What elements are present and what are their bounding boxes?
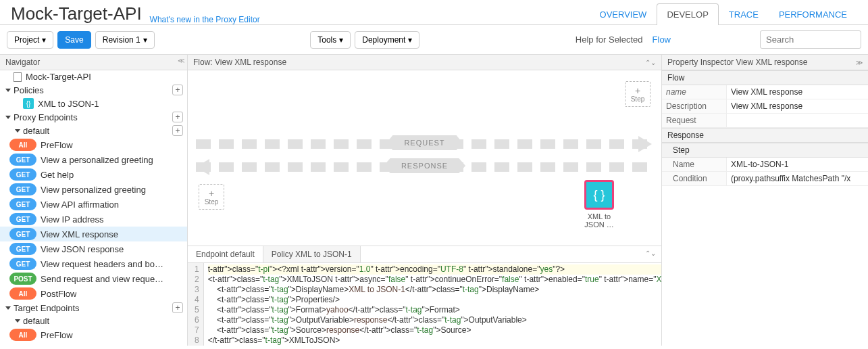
target-preflow[interactable]: AllPreFlow — [0, 327, 187, 342]
arrow-left-icon — [196, 159, 209, 175]
header: Mock-Target-API What's new in the Proxy … — [0, 0, 868, 25]
code-line[interactable]: </t-attr">class="t-tag">XMLToJSON> — [208, 335, 661, 346]
deployment-button[interactable]: Deployment▾ — [355, 31, 419, 49]
code-body[interactable]: 12345678 t-attr">class="t-pi"><?xml t-at… — [188, 263, 661, 346]
endpoint-row[interactable]: GETView XML response — [0, 227, 187, 241]
code-line[interactable]: t-attr">class="t-pi"><?xml t-attr">versi… — [208, 264, 661, 275]
code-tab-policy[interactable]: Policy XML to JSON-1 — [263, 246, 361, 262]
prop-request-key: Request — [662, 114, 727, 127]
prop-cond-value[interactable]: (proxy.pathsuffix MatchesPath "/x — [727, 172, 868, 185]
search-input[interactable] — [760, 30, 861, 49]
help-label: Help for Selected — [576, 34, 643, 45]
tab-trace[interactable]: TRACE — [719, 3, 769, 25]
nav-root[interactable]: Mock-Target-API — [0, 70, 187, 83]
prop-request-value[interactable] — [727, 114, 868, 127]
whats-new-link[interactable]: What's new in the Proxy Editor — [150, 15, 260, 24]
prop-cond-key: Condition — [662, 172, 727, 185]
endpoint-label: View API affirmation — [41, 200, 119, 210]
caret-down-icon — [5, 116, 11, 119]
policy-card-xml-to-json[interactable]: { } — [584, 180, 614, 210]
method-badge: GET — [9, 258, 36, 270]
code-line[interactable]: <t-attr">class="t-tag">DisplayName>XML t… — [208, 285, 661, 295]
flow-header: Flow: View XML response⌃⌄ — [188, 55, 661, 70]
collapse-icon[interactable]: ⌃⌄ — [645, 59, 656, 66]
revision-button[interactable]: Revision 1▾ — [95, 31, 155, 49]
policy-card-label: XML to JSON … — [579, 212, 619, 229]
add-request-step-button[interactable]: +Step — [625, 81, 650, 107]
endpoint-row[interactable]: GETGet help — [0, 167, 187, 182]
nav-default-endpoint[interactable]: default+ — [0, 124, 187, 137]
add-policy-button[interactable]: + — [172, 85, 183, 95]
code-line[interactable]: <t-attr">class="t-tag">Properties/> — [208, 295, 661, 305]
center-panel: Flow: View XML response⌃⌄ +Step REQUEST … — [188, 55, 661, 346]
endpoint-row[interactable]: AllPreFlow — [0, 137, 187, 152]
arrow-right-icon — [638, 136, 652, 152]
add-target-button[interactable]: + — [172, 302, 183, 313]
nav-proxy-endpoints[interactable]: Proxy Endpoints+ — [0, 110, 187, 124]
code-tab-endpoint[interactable]: Endpoint default — [188, 246, 263, 262]
request-label: REQUEST — [386, 135, 462, 150]
endpoint-label: PreFlow — [41, 140, 73, 150]
caret-down-icon — [15, 319, 20, 323]
endpoint-row[interactable]: GETView request headers and bo… — [0, 256, 187, 271]
code-line[interactable]: <t-attr">class="t-tag">Source>response</… — [208, 325, 661, 335]
endpoint-label: View a personalized greeting — [41, 155, 153, 165]
method-badge: All — [9, 287, 36, 300]
endpoint-row[interactable]: AllPostFlow — [0, 286, 187, 301]
endpoint-label: Send request and view reque… — [41, 274, 163, 284]
endpoint-label: View request headers and bo… — [41, 259, 163, 269]
property-header: Property Inspector View XML response≫ — [662, 55, 868, 70]
tab-performance[interactable]: PERFORMANCE — [769, 3, 857, 25]
prop-name-value[interactable]: View XML response — [727, 85, 868, 99]
add-flow-button[interactable]: + — [172, 125, 183, 136]
collapse-icon[interactable]: ≪ — [175, 55, 187, 66]
section-flow: Flow — [662, 70, 868, 85]
endpoint-row[interactable]: GETView JSON response — [0, 241, 187, 256]
expand-icon[interactable]: ≫ — [856, 59, 863, 66]
endpoint-row[interactable]: POSTSend request and view reque… — [0, 271, 187, 286]
xml-to-json-icon: {} — [23, 98, 34, 109]
prop-stepname-key: Name — [662, 158, 727, 171]
navigator-header: Navigator ≪ — [0, 55, 187, 70]
code-line[interactable]: <t-attr">class="t-tag">Format>yahoo</t-a… — [208, 305, 661, 315]
tab-develop[interactable]: DEVELOP — [657, 3, 718, 25]
header-tabs: OVERVIEW DEVELOP TRACE PERFORMANCE — [590, 3, 857, 24]
endpoint-row[interactable]: GETView personalized greeting — [0, 182, 187, 197]
property-inspector: Property Inspector View XML response≫ Fl… — [661, 55, 868, 346]
nav-target-default[interactable]: default — [0, 315, 187, 327]
project-button[interactable]: Project▾ — [7, 31, 53, 49]
section-step: Step — [662, 143, 868, 158]
prop-stepname-value[interactable]: XML-to-JSON-1 — [727, 158, 868, 171]
tab-overview[interactable]: OVERVIEW — [590, 3, 657, 25]
prop-name-key: name — [662, 85, 727, 99]
section-response: Response — [662, 128, 868, 143]
code-line[interactable]: <t-attr">class="t-tag">XMLToJSON t-attr"… — [208, 275, 661, 285]
add-response-step-button[interactable]: +Step — [199, 184, 224, 210]
method-badge: POST — [9, 273, 36, 285]
nav-policies[interactable]: Policies+ — [0, 83, 187, 97]
endpoint-label: Get help — [41, 170, 74, 180]
endpoint-row[interactable]: GETView API affirmation — [0, 197, 187, 212]
caret-down-icon — [5, 89, 11, 92]
endpoint-label: PostFlow — [41, 289, 76, 299]
collapse-icon[interactable]: ⌃⌄ — [640, 246, 661, 262]
nav-target-endpoints[interactable]: Target Endpoints+ — [0, 301, 187, 315]
endpoint-row[interactable]: GETView a personalized greeting — [0, 152, 187, 167]
nav-policy-item[interactable]: {}XML to JSON-1 — [0, 97, 187, 110]
add-endpoint-button[interactable]: + — [172, 112, 183, 122]
save-button[interactable]: Save — [57, 31, 91, 49]
flow-canvas[interactable]: +Step REQUEST RESPONSE +Step { } XML to … — [188, 70, 661, 246]
page-title: Mock-Target-API — [11, 3, 142, 24]
endpoint-row[interactable]: GETView IP address — [0, 212, 187, 227]
response-label: RESPONSE — [384, 158, 465, 173]
prop-desc-value[interactable]: View XML response — [727, 99, 868, 113]
tools-button[interactable]: Tools▾ — [310, 31, 351, 49]
flow-link[interactable]: Flow — [653, 34, 671, 45]
method-badge: All — [9, 139, 36, 151]
caret-down-icon — [5, 306, 11, 310]
method-badge: GET — [9, 198, 36, 210]
prop-desc-key: Description — [662, 99, 727, 113]
navigator-panel: Navigator ≪ Mock-Target-API Policies+ {}… — [0, 55, 188, 346]
method-badge: GET — [9, 228, 36, 240]
code-line[interactable]: <t-attr">class="t-tag">OutputVariable>re… — [208, 315, 661, 325]
